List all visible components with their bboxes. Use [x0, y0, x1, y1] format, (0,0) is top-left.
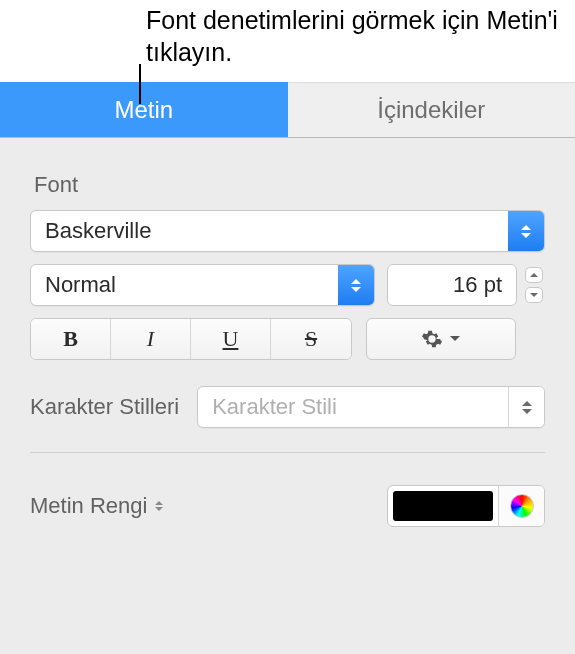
tab-contents[interactable]: İçindekiler — [288, 82, 576, 137]
character-styles-label: Karakter Stilleri — [30, 394, 179, 420]
text-color-well-group — [387, 485, 545, 527]
text-color-swatch[interactable] — [388, 486, 498, 526]
font-size-field[interactable]: 16 pt — [387, 264, 517, 306]
advanced-options-button[interactable] — [366, 318, 516, 360]
strikethrough-button[interactable]: S — [271, 319, 351, 359]
callout-text: Font denetimlerini görmek için Metin'i t… — [0, 0, 575, 82]
color-picker-button[interactable] — [498, 486, 544, 526]
font-family-select[interactable]: Baskerville — [30, 210, 545, 252]
font-size-value: 16 pt — [453, 272, 502, 298]
chevron-updown-icon — [508, 387, 544, 427]
chevron-updown-icon — [155, 501, 163, 511]
tab-bar: Metin İçindekiler — [0, 82, 575, 138]
chevron-updown-icon — [338, 265, 374, 305]
text-color-popup[interactable]: Metin Rengi — [30, 493, 163, 519]
stepper-down-icon[interactable] — [525, 287, 543, 303]
font-style-value: Normal — [31, 272, 338, 298]
tab-text-label: Metin — [114, 96, 173, 123]
color-wheel-icon — [510, 494, 534, 518]
callout-pointer — [139, 64, 141, 104]
tab-text[interactable]: Metin — [0, 82, 288, 137]
chevron-updown-icon — [508, 211, 544, 251]
character-style-select[interactable]: Karakter Stili — [197, 386, 545, 428]
stepper-up-icon[interactable] — [525, 267, 543, 283]
chevron-down-icon — [449, 335, 461, 343]
italic-button[interactable]: I — [111, 319, 191, 359]
underline-button[interactable]: U — [191, 319, 271, 359]
text-color-label: Metin Rengi — [30, 493, 147, 519]
font-family-value: Baskerville — [31, 218, 508, 244]
font-size-stepper[interactable] — [523, 264, 545, 306]
text-style-segmented: B I U S — [30, 318, 352, 360]
tab-contents-label: İçindekiler — [377, 96, 485, 123]
font-style-select[interactable]: Normal — [30, 264, 375, 306]
gear-icon — [421, 328, 443, 350]
color-swatch-value — [393, 491, 493, 521]
character-style-placeholder: Karakter Stili — [198, 394, 508, 420]
font-section-label: Font — [30, 138, 545, 210]
format-panel: Font Baskerville Normal 16 pt B I U — [0, 138, 575, 654]
bold-button[interactable]: B — [31, 319, 111, 359]
divider — [30, 452, 545, 453]
